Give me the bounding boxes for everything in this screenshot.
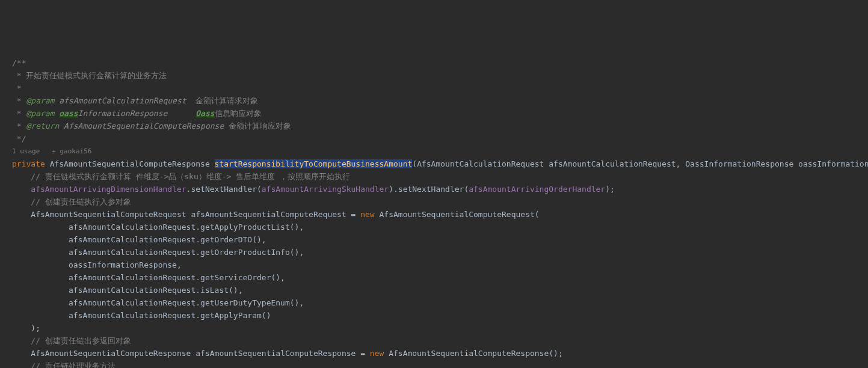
code-editor[interactable]: /** * 开始责任链模式执行金额计算的业务方法 * * @param afsA…	[12, 57, 856, 368]
author-name[interactable]: gaokai56	[60, 147, 91, 155]
doc-star: *	[12, 82, 856, 94]
arg1: afsAmountCalculationRequest.getApplyProd…	[12, 221, 856, 233]
handler-chain: afsAmountArrivingDimensionHandler.setNex…	[12, 183, 856, 195]
author-icon: ±	[52, 147, 56, 155]
usage-count[interactable]: 1 usage	[12, 147, 40, 155]
arg6: afsAmountCalculationRequest.isLast(),	[12, 284, 856, 296]
arg4: oassInformationResponse,	[12, 259, 856, 271]
doc-desc: * 开始责任链模式执行金额计算的业务方法	[12, 69, 856, 82]
arg3: afsAmountCalculationRequest.getOrderProd…	[12, 246, 856, 259]
doc-close: */	[12, 132, 856, 145]
comment-line-1: // 责任链模式执行金额计算 件维度->品（sku）维度-> 售后单维度 ，按照…	[12, 170, 856, 183]
arg2: afsAmountCalculationRequest.getOrderDTO(…	[12, 233, 856, 246]
code-meta: 1 usage ± gaokai56	[12, 145, 856, 158]
comment-line-3: // 创建责任链出参返回对象	[12, 334, 856, 347]
method-name: startResponsibilityToComputeBusinessAmou…	[215, 159, 413, 168]
request-decl: AfsAmountSequentialComputeRequest afsAmo…	[12, 208, 856, 221]
response-decl: AfsAmountSequentialComputeResponse afsAm…	[12, 347, 856, 360]
arg5: afsAmountCalculationRequest.getServiceOr…	[12, 271, 856, 284]
comment-line-2: // 创建责任链执行入参对象	[12, 195, 856, 208]
doc-open: /**	[12, 57, 856, 69]
arg7: afsAmountCalculationRequest.getUserDutyT…	[12, 296, 856, 309]
doc-param2: * @param oassInformationResponse Oass信息响…	[12, 107, 856, 120]
doc-param1: * @param afsAmountCalculationRequest 金额计…	[12, 94, 856, 107]
arg8: afsAmountCalculationRequest.getApplyPara…	[12, 309, 856, 322]
ctor-close: );	[12, 322, 856, 334]
comment-line-4: // 责任链处理业务方法	[12, 360, 856, 368]
method-signature: private AfsAmountSequentialComputeRespon…	[12, 158, 856, 170]
doc-return: * @return AfsAmountSequentialComputeResp…	[12, 120, 856, 132]
